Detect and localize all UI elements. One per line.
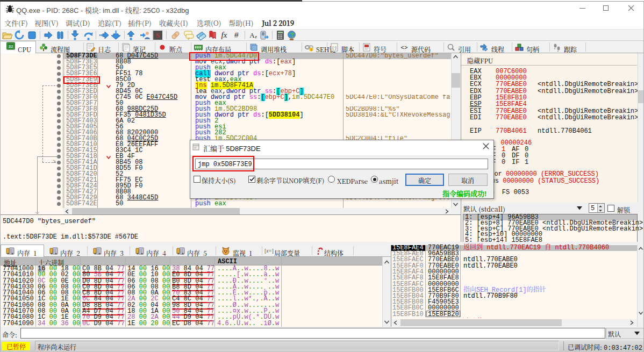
svg-text:S: S (156, 31, 160, 39)
svg-text:32: 32 (9, 44, 13, 49)
svg-text:fx: fx (221, 31, 227, 39)
svg-text:<>: <> (401, 44, 408, 51)
svg-text:#: # (234, 31, 239, 39)
svg-text:A: A (249, 31, 255, 39)
svg-text:{·}: {·} (332, 45, 337, 50)
svg-text:z: z (255, 34, 257, 39)
